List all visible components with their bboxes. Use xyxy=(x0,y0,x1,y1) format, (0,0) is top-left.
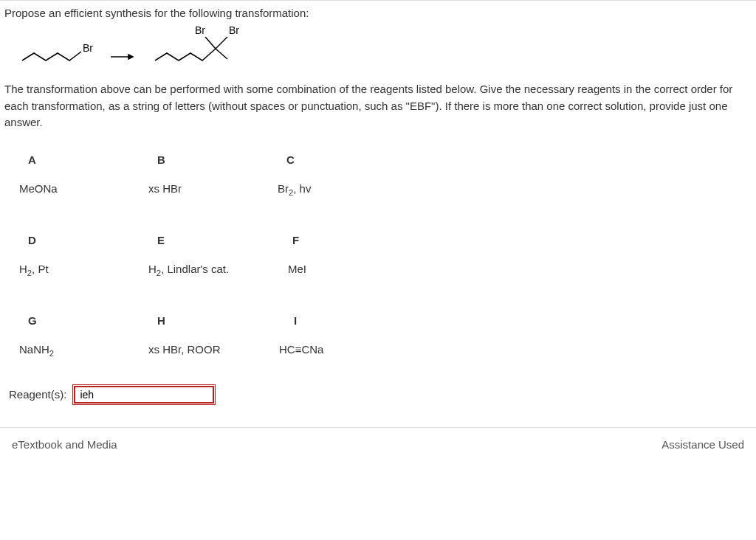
reagent-G: G NaNH2 xyxy=(19,314,148,358)
answer-label: Reagent(s): xyxy=(9,388,66,401)
svg-text:Br: Br xyxy=(83,42,93,54)
assistance-used-label: Assistance Used xyxy=(662,438,744,451)
reagents-input[interactable] xyxy=(74,386,214,404)
reagent-H: H xs HBr, ROOR xyxy=(148,314,278,358)
svg-text:Br: Br xyxy=(229,24,239,36)
svg-line-3 xyxy=(216,37,227,49)
reagent-D: D H2, Pt xyxy=(19,234,148,277)
svg-text:Br: Br xyxy=(195,24,205,36)
reagent-B: B xs HBr xyxy=(148,153,278,197)
reagent-E: E H2, Lindlar's cat. xyxy=(148,234,278,277)
svg-line-2 xyxy=(205,37,216,49)
reagent-C: C Br2, hv xyxy=(278,153,407,197)
question-prompt: Propose an efficient synthesis for the f… xyxy=(4,7,752,19)
chemical-structure: Br Br Br xyxy=(16,24,752,68)
etextbook-link[interactable]: eTextbook and Media xyxy=(12,438,117,451)
svg-line-4 xyxy=(216,49,227,59)
reagents-grid: A MeONa B xs HBr C Br2, hv D H2, Pt E H2… xyxy=(19,153,752,358)
reagent-F: F MeI xyxy=(278,234,407,277)
instruction-text: The transformation above can be performe… xyxy=(4,81,752,131)
reagent-I: I HC≡CNa xyxy=(278,314,407,358)
reagent-A: A MeONa xyxy=(19,153,148,197)
